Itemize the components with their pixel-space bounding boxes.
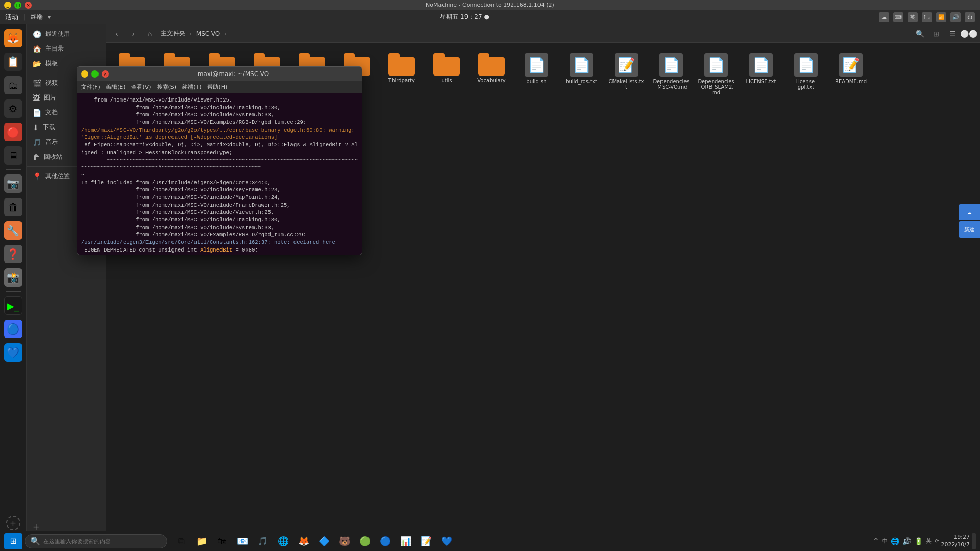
show-desktop-button[interactable] bbox=[972, 533, 976, 549]
terminal-dropdown-icon[interactable]: ▾ bbox=[48, 14, 51, 20]
tray-caret[interactable]: ^ bbox=[873, 537, 879, 545]
dock-item9[interactable]: 🔧 bbox=[3, 220, 24, 241]
menu-view[interactable]: 查看(V) bbox=[131, 83, 151, 91]
keyboard-icon[interactable]: ⌨ bbox=[893, 12, 903, 22]
terminal-body[interactable]: from /home/maxi/MSC-VO/include/Viewer.h:… bbox=[77, 93, 362, 255]
taskbar-clock[interactable]: 19:27 2022/10/7 bbox=[941, 534, 970, 548]
view-toggle-button[interactable]: ⊞ bbox=[929, 27, 943, 41]
folder-vocabulary[interactable]: Vocabulary bbox=[471, 49, 512, 99]
taskbar-media[interactable]: 🎵 bbox=[253, 532, 273, 550]
minimize-button[interactable]: _ bbox=[4, 2, 11, 9]
maximize-button[interactable]: □ bbox=[14, 2, 21, 9]
file-deps-orb[interactable]: 📄 Dependencies_ORB_SLAM2.md bbox=[696, 49, 737, 99]
taskbar-app3[interactable]: 🐻 bbox=[335, 532, 354, 550]
dock-vscode[interactable]: 💙 bbox=[3, 342, 24, 363]
breadcrumb-home[interactable]: 主文件夹 bbox=[159, 28, 187, 39]
dock-screenshot[interactable]: 📸 bbox=[3, 267, 24, 288]
menu-file[interactable]: 文件(F) bbox=[81, 83, 100, 91]
tray-volume-icon[interactable]: 🔊 bbox=[902, 537, 911, 545]
taskbar-edge[interactable]: 🌐 bbox=[274, 532, 293, 550]
tray-network-icon[interactable]: 🌐 bbox=[891, 537, 899, 545]
dock-item6[interactable]: 🖥 bbox=[3, 145, 24, 166]
lang-icon[interactable]: 英 bbox=[908, 12, 918, 22]
dock-help[interactable]: ❓ bbox=[3, 243, 24, 265]
taskbar-word[interactable]: 📝 bbox=[416, 532, 436, 550]
term-line-7: ~ bbox=[81, 171, 358, 179]
window-controls[interactable]: _ □ × bbox=[4, 2, 32, 9]
other-icon: 📍 bbox=[33, 172, 41, 181]
taskbar-tray: ^ 中 🌐 🔊 🔋 英 ⟳ bbox=[873, 537, 939, 545]
terminal-window-controls[interactable]: × bbox=[81, 70, 109, 78]
term-line-5: ef Eigen::Map<Matrix<double, Dj, Di>, Ma… bbox=[81, 141, 358, 156]
term-line-9: from /home/maxi/MSC-VO/include/KeyFrame.… bbox=[81, 186, 358, 194]
terminal-maximize[interactable] bbox=[91, 70, 99, 78]
taskbar-ppt[interactable]: 📊 bbox=[396, 532, 415, 550]
file-build-sh[interactable]: 📄 build.sh bbox=[516, 49, 557, 99]
file-readme[interactable]: 📝 README.md bbox=[830, 49, 871, 99]
taskbar-explorer[interactable]: 📁 bbox=[192, 532, 211, 550]
taskbar-app2[interactable]: 🔷 bbox=[314, 532, 334, 550]
nav-recent[interactable]: 🕐 最近使用 bbox=[27, 27, 106, 41]
top-panel-right[interactable]: ☁ ⌨ 英 ↑↓ 📶 🔊 ⏻ bbox=[879, 12, 975, 22]
terminal-minimize[interactable] bbox=[81, 70, 88, 78]
speaker-icon[interactable]: 🔊 bbox=[950, 12, 961, 22]
dock-files[interactable]: 🗂 bbox=[3, 74, 24, 96]
term-line-14: from /home/maxi/MSC-VO/include/System.h:… bbox=[81, 224, 358, 232]
term-line-8: In file included from /usr/include/eigen… bbox=[81, 179, 358, 187]
dock-camera[interactable]: 📷 bbox=[3, 173, 24, 194]
taskbar-vscode[interactable]: 💙 bbox=[437, 532, 456, 550]
dock-firefox[interactable]: 🦊 bbox=[3, 28, 24, 49]
taskbar-mail[interactable]: 📧 bbox=[233, 532, 252, 550]
activities-btn[interactable]: 活动 bbox=[5, 13, 18, 22]
search-input[interactable] bbox=[43, 538, 162, 544]
back-button[interactable]: ‹ bbox=[110, 27, 124, 41]
up-button[interactable]: ⌂ bbox=[142, 27, 157, 41]
taskbar-search[interactable]: 🔍 bbox=[24, 534, 167, 548]
taskbar-app4[interactable]: 🟢 bbox=[355, 532, 375, 550]
dock-item4[interactable]: ⚙ bbox=[3, 98, 24, 119]
cloud-float-btn[interactable]: ☁ bbox=[959, 204, 980, 220]
start-button[interactable]: ⊞ bbox=[4, 533, 22, 549]
folder-utils[interactable]: utils bbox=[426, 49, 467, 99]
taskbar-firefox[interactable]: 🦊 bbox=[294, 532, 313, 550]
tray-battery-icon[interactable]: 🔋 bbox=[914, 537, 923, 545]
nav-home[interactable]: 🏠 主目录 bbox=[27, 41, 106, 56]
file-license[interactable]: 📄 LICENSE.txt bbox=[741, 49, 781, 99]
dock-trash[interactable]: 🗑 bbox=[3, 196, 24, 218]
breadcrumb-mscvo[interactable]: MSC-VO bbox=[194, 29, 222, 38]
taskbar-store[interactable]: 🛍 bbox=[212, 532, 232, 550]
search-button[interactable]: 🔍 bbox=[913, 27, 927, 41]
dots-button[interactable]: ⚪⚪ bbox=[962, 27, 976, 41]
dock-app1[interactable]: 🔵 bbox=[3, 318, 24, 340]
terminal-close[interactable]: × bbox=[102, 70, 109, 78]
wifi-icon[interactable]: 📶 bbox=[936, 12, 946, 22]
close-button[interactable]: × bbox=[24, 2, 32, 9]
menu-terminal[interactable]: 终端(T) bbox=[182, 83, 201, 91]
top-panel-left: 活动 | 终端 ▾ bbox=[5, 13, 51, 22]
cloud-icon[interactable]: ☁ bbox=[879, 12, 889, 22]
file-deps-msc[interactable]: 📄 Dependencies_MSC-VO.md bbox=[651, 49, 692, 99]
term-line-4: from /home/maxi/MSC-VO/Examples/RGB-D/rg… bbox=[81, 119, 358, 127]
tray-lang-icon[interactable]: 中 bbox=[882, 537, 888, 545]
videos-icon: 🎬 bbox=[33, 79, 41, 87]
taskbar-task-view[interactable]: ⧉ bbox=[172, 532, 191, 550]
term-line-12: from /home/maxi/MSC-VO/include/Viewer.h:… bbox=[81, 209, 358, 216]
menu-help[interactable]: 帮助(H) bbox=[207, 83, 227, 91]
menu-button[interactable]: ☰ bbox=[945, 27, 960, 41]
dock-notes[interactable]: 📋 bbox=[3, 51, 24, 72]
menu-search[interactable]: 搜索(S) bbox=[157, 83, 177, 91]
dock-terminal[interactable]: ▶_ bbox=[3, 295, 24, 316]
new-float-btn[interactable]: 新建 bbox=[959, 221, 980, 238]
file-build-ros[interactable]: 📄 build_ros.txt bbox=[561, 49, 602, 99]
menu-edit[interactable]: 编辑(E) bbox=[106, 83, 126, 91]
dock-item5[interactable]: 🔴 bbox=[3, 121, 24, 143]
power-icon[interactable]: ⏻ bbox=[965, 12, 975, 22]
folder-thirdparty[interactable]: Thirdparty bbox=[381, 49, 422, 99]
taskbar-app5[interactable]: 🔵 bbox=[376, 532, 395, 550]
file-cmakelists[interactable]: 📝 CMakeLists.txt bbox=[606, 49, 647, 99]
tray-input-icon[interactable]: 英 bbox=[926, 537, 932, 545]
file-license-gpl[interactable]: 📄 License-gpl.txt bbox=[786, 49, 826, 99]
tray-update-icon[interactable]: ⟳ bbox=[935, 538, 939, 544]
forward-button[interactable]: › bbox=[126, 27, 140, 41]
network-icon[interactable]: ↑↓ bbox=[922, 12, 932, 22]
